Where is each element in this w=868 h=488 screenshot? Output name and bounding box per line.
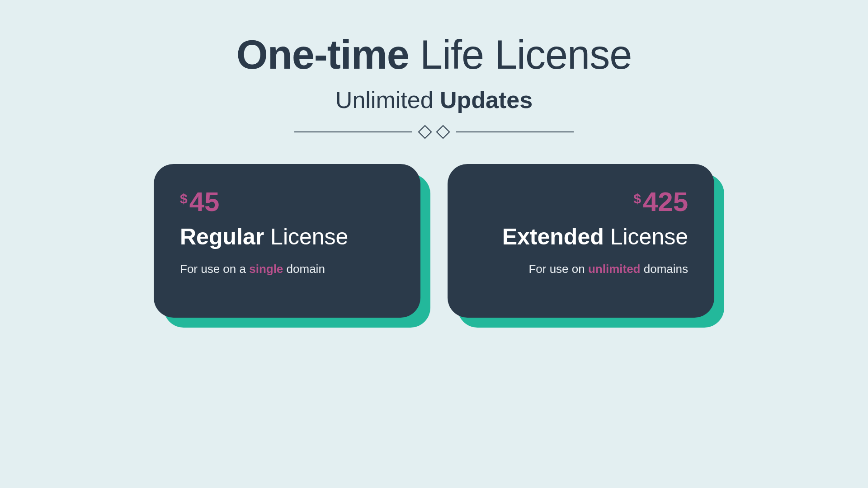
card-body: $ 45 Regular License For use on a single… (154, 164, 420, 318)
license-description: For use on unlimited domains (528, 262, 688, 276)
desc-pre: For use on (528, 262, 588, 276)
currency-symbol: $ (180, 191, 188, 206)
pricing-card-extended: $ 425 Extended License For use on unlimi… (448, 164, 714, 318)
card-body: $ 425 Extended License For use on unlimi… (448, 164, 714, 318)
diamond-icon (436, 125, 450, 139)
price-row: $ 45 (180, 188, 394, 216)
subheadline: Unlimited Updates (335, 86, 533, 113)
pricing-cards-row: $ 45 Regular License For use on a single… (154, 164, 714, 318)
diamond-icon (418, 125, 432, 139)
headline-bold: One-time (236, 32, 409, 77)
price-row: $ 425 (633, 188, 688, 216)
pricing-slide: One-time Life License Unlimited Updates … (87, 0, 781, 463)
divider-ornament (294, 127, 574, 137)
divider-line-left (294, 131, 412, 132)
desc-highlight: unlimited (588, 262, 641, 276)
license-title: Regular License (180, 225, 394, 249)
headline: One-time Life License (236, 32, 632, 78)
desc-post: domain (283, 262, 325, 276)
license-title-bold: Regular (180, 224, 264, 249)
subhead-bold: Updates (440, 87, 533, 113)
price-value: 425 (643, 188, 688, 216)
divider-line-right (456, 131, 574, 132)
desc-highlight: single (249, 262, 283, 276)
license-title: Extended License (502, 225, 688, 249)
desc-post: domains (641, 262, 689, 276)
license-title-bold: Extended (502, 224, 604, 249)
pricing-card-regular: $ 45 Regular License For use on a single… (154, 164, 420, 318)
desc-pre: For use on a (180, 262, 249, 276)
price-value: 45 (189, 188, 220, 216)
license-title-light: License (610, 224, 688, 249)
currency-symbol: $ (633, 191, 641, 206)
license-title-light: License (270, 224, 348, 249)
headline-light: Life License (420, 32, 632, 77)
license-description: For use on a single domain (180, 262, 394, 276)
subhead-light: Unlimited (335, 87, 434, 113)
